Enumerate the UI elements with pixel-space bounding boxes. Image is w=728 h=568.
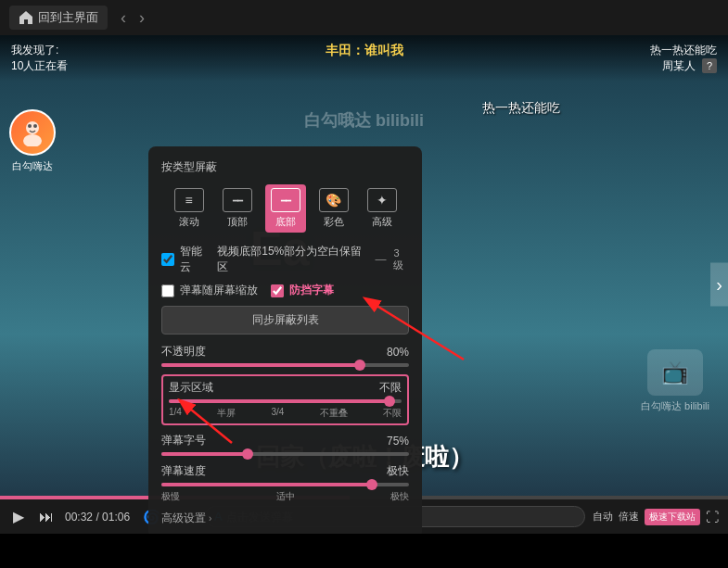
display-area-unlimit: 不限 xyxy=(379,380,402,396)
fullscreen-button[interactable]: ⛶ xyxy=(706,510,719,524)
bili-tv-icon: 📺 xyxy=(647,349,703,396)
smart-cloud-desc: 视频底部15%部分为空白保留区 xyxy=(217,244,367,275)
font-size-value: 75% xyxy=(387,435,409,448)
right-info: 热一热还能吃 周某人 ? xyxy=(650,43,717,74)
speed-far-right: 极快 xyxy=(387,463,409,479)
top-label: 顶部 xyxy=(227,215,248,229)
avatar-label: 白勾嗨达 xyxy=(12,159,53,173)
opacity-slider-row: 不透明度 80% xyxy=(161,344,409,367)
home-label: 回到主界面 xyxy=(38,9,98,26)
opacity-track[interactable] xyxy=(161,363,409,367)
bili-tv-area: 📺 白勾嗨达 bilibili xyxy=(641,349,709,413)
speed-button[interactable]: 倍速 xyxy=(619,510,639,524)
left-info: 我发现了: 10人正在看 xyxy=(11,43,68,74)
current-time: 00:32 xyxy=(65,511,93,524)
danmaku-settings-panel: 按类型屏蔽 ≡ 滚动 ━━ 顶部 ━━ 底部 xyxy=(148,146,422,534)
bottom-label: 底部 xyxy=(275,215,296,229)
advanced-settings-link[interactable]: 高级设置 › xyxy=(161,511,211,526)
chevron-right-icon: › xyxy=(209,513,211,524)
top-overlay: 我发现了: 10人正在看 丰田：谁叫我 热一热还能吃 周某人 ? xyxy=(0,35,728,82)
smart-cloud-label: 智能云 xyxy=(180,244,212,275)
font-size-thumb[interactable] xyxy=(242,448,253,460)
opacity-thumb[interactable] xyxy=(354,360,365,371)
smart-cloud-row: 智能云 视频底部15%部分为空白保留区 — 3级 xyxy=(161,244,409,275)
bili-text: 白勾嗨达 bilibili xyxy=(641,399,709,413)
speed-track[interactable] xyxy=(161,483,409,486)
speed-sub-labels: 极慢 适中 极快 xyxy=(161,490,409,503)
resize-label: 弹幕随屏幕缩放 xyxy=(180,283,258,298)
left-avatar-area: 白勾嗨达 xyxy=(9,109,56,173)
advanced-settings-label: 高级设置 xyxy=(161,511,206,526)
viewer-line1: 我发现了: xyxy=(11,43,68,58)
top-bar: 回到主界面 ‹ › xyxy=(0,0,728,35)
total-time: 01:06 xyxy=(102,511,130,524)
resize-checkbox[interactable] xyxy=(161,284,174,297)
display-sub-labels: 1/4 半屏 3/4 不重叠 不限 xyxy=(169,407,402,420)
viewer-line2: 10人正在看 xyxy=(11,58,68,74)
quality-badge[interactable]: 极速下载站 xyxy=(645,509,700,525)
font-size-slider-row: 弹幕字号 75% xyxy=(161,433,409,456)
right-line1: 热一热还能吃 xyxy=(650,43,717,58)
bili-watermark: 白勾哦达 bilibili xyxy=(304,109,424,132)
type-icons-row: ≡ 滚动 ━━ 顶部 ━━ 底部 🎨 彩色 xyxy=(161,184,409,233)
next-button[interactable]: ⏭ xyxy=(35,507,57,527)
opacity-label: 不透明度 xyxy=(161,344,206,360)
speed-thumb[interactable] xyxy=(366,479,377,490)
resize-block-row: 弹幕随屏幕缩放 防挡字幕 xyxy=(161,283,409,298)
font-size-fill xyxy=(161,452,248,456)
display-area-label: 显示区域 xyxy=(169,380,213,396)
avatar xyxy=(9,109,56,156)
svg-point-2 xyxy=(28,124,32,128)
time-display: 00:32 / 01:06 xyxy=(65,511,130,524)
type-advanced[interactable]: ✦ 高级 xyxy=(362,184,402,233)
speed-label: 弹幕速度 xyxy=(161,463,206,479)
display-area-track[interactable] xyxy=(169,399,402,403)
smart-cloud-level: 3级 xyxy=(393,247,409,272)
danmaku-1: 热一热还能吃 xyxy=(482,100,560,117)
type-color[interactable]: 🎨 彩色 xyxy=(313,184,354,233)
advanced-icon-box: ✦ xyxy=(367,188,397,212)
play-button[interactable]: ▶ xyxy=(9,506,28,527)
display-area-thumb[interactable] xyxy=(384,396,395,407)
advanced-settings-row: 高级设置 › xyxy=(161,511,409,526)
block-subtitle-label: 防挡字幕 xyxy=(289,283,334,298)
video-container: 白勾哦达 bilibili Ea 热一热还能吃 我发现了: 10人正在看 丰田：… xyxy=(0,35,728,534)
svg-point-1 xyxy=(23,134,42,146)
type-bottom[interactable]: ━━ 底部 xyxy=(265,184,306,233)
video-title: 丰田：谁叫我 xyxy=(326,43,403,59)
bottom-icon-box: ━━ xyxy=(271,188,300,212)
block-subtitle-checkbox[interactable] xyxy=(271,284,284,297)
nav-arrows: ‹ › xyxy=(117,8,148,28)
scroll-icon-box: ≡ xyxy=(174,188,204,212)
avatar-icon xyxy=(19,119,46,146)
scroll-label: 滚动 xyxy=(179,215,199,229)
display-area-fill xyxy=(169,399,390,403)
top-icon-box: ━━ xyxy=(223,188,252,212)
type-top[interactable]: ━━ 顶部 xyxy=(217,184,258,233)
smart-cloud-checkbox[interactable] xyxy=(161,253,174,266)
speed-slider-row: 弹幕速度 极快 极慢 适中 极快 xyxy=(161,463,409,503)
sync-button[interactable]: 同步屏蔽列表 xyxy=(161,306,409,334)
question-badge: ? xyxy=(702,58,717,73)
panel-section-title: 按类型屏蔽 xyxy=(161,159,409,175)
color-icon-box: 🎨 xyxy=(319,188,349,212)
display-area-row: 显示区域 不限 1/4 半屏 3/4 不重叠 不限 xyxy=(161,374,409,425)
font-size-label: 弹幕字号 xyxy=(161,433,206,448)
auto-button[interactable]: 自动 xyxy=(593,510,613,524)
svg-point-3 xyxy=(33,124,37,128)
next-video-button[interactable]: › xyxy=(710,263,728,307)
back-arrow[interactable]: ‹ xyxy=(117,8,130,28)
smart-cloud-dash: — xyxy=(375,253,386,266)
advanced-label: 高级 xyxy=(372,215,392,229)
color-label: 彩色 xyxy=(324,215,344,229)
type-scroll[interactable]: ≡ 滚动 xyxy=(169,184,210,233)
opacity-fill xyxy=(161,363,360,367)
right-controls: 自动 倍速 极速下载站 ⛶ xyxy=(593,509,719,525)
home-button[interactable]: 回到主界面 xyxy=(9,6,108,30)
right-line2: 周某人 ? xyxy=(650,58,717,74)
opacity-value: 80% xyxy=(387,346,409,359)
font-size-track[interactable] xyxy=(161,452,409,456)
forward-arrow[interactable]: › xyxy=(135,8,148,28)
speed-fill xyxy=(161,483,372,486)
home-icon xyxy=(19,10,33,25)
